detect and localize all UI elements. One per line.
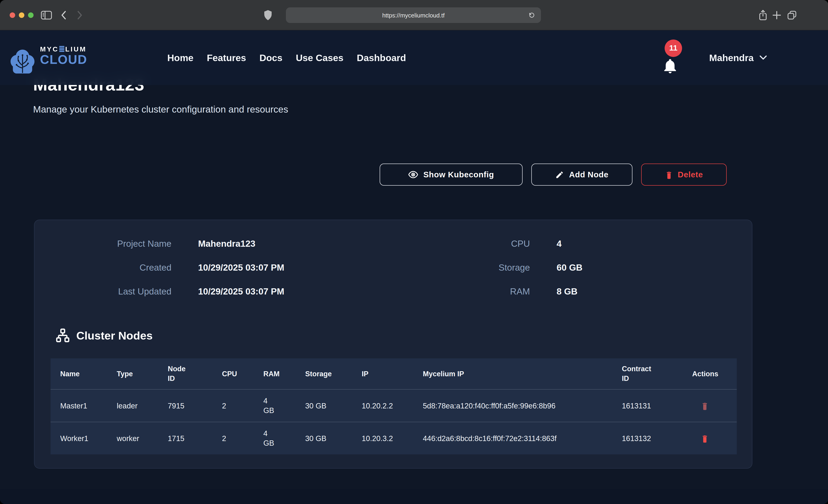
- mycelium-cloud-logo-icon[interactable]: [9, 49, 36, 75]
- info-label-project-name: Project Name: [45, 238, 171, 249]
- col-header-mycelium_ip: Mycelium IP: [413, 359, 612, 389]
- refresh-icon: [528, 11, 535, 19]
- col-header-contract_id: Contract ID: [612, 359, 682, 389]
- trash-icon: [701, 434, 709, 443]
- cell-ip: 10.20.3.2: [352, 422, 413, 454]
- add-node-button[interactable]: Add Node: [531, 164, 632, 185]
- chevron-down-icon: [759, 55, 767, 60]
- info-value-project-name: Mahendra123: [198, 238, 284, 249]
- delete-node-button[interactable]: [701, 434, 709, 443]
- share-button[interactable]: [756, 8, 770, 22]
- forward-button[interactable]: [73, 8, 86, 22]
- back-button[interactable]: [57, 8, 71, 22]
- cell-ram: 4 GB: [254, 422, 295, 454]
- notifications-button[interactable]: 11: [658, 30, 687, 85]
- privacy-shield-button[interactable]: [261, 8, 275, 22]
- cell-mycelium_ip: 446:d2a6:8bcd:8c16:ff0f:72e2:3114:863f: [413, 422, 612, 454]
- page-viewport: Mahendra123 Manage your Kubernetes clust…: [0, 30, 828, 504]
- col-header-ip: IP: [352, 359, 413, 389]
- trash-icon: [701, 401, 709, 410]
- col-header-cpu: CPU: [212, 359, 254, 389]
- screen: https://myceliumcloud.tf Mahendra123 Man…: [0, 0, 828, 504]
- cell-node_id: 7915: [158, 389, 212, 422]
- col-header-name: Name: [50, 359, 107, 389]
- delete-node-button[interactable]: [701, 401, 709, 410]
- shield-icon: [264, 10, 272, 21]
- col-header-ram: RAM: [254, 359, 295, 389]
- cell-storage: 30 GB: [295, 389, 352, 422]
- brand-line2: CLOUD: [40, 53, 87, 66]
- sidebar-toggle-button[interactable]: [40, 8, 53, 22]
- browser-chrome: https://myceliumcloud.tf: [0, 0, 828, 30]
- tabs-icon: [787, 10, 797, 20]
- trash-icon: [665, 170, 673, 179]
- cell-storage: 30 GB: [295, 422, 352, 454]
- browser-window: https://myceliumcloud.tf Mahendra123 Man…: [0, 0, 828, 504]
- nodes-table-wrap: NameTypeNode IDCPURAMStorageIPMycelium I…: [50, 359, 737, 454]
- nodes-table: NameTypeNode IDCPURAMStorageIPMycelium I…: [50, 359, 737, 454]
- brand-line1: MYCLIUM: [40, 45, 87, 52]
- col-header-node_id: Node ID: [158, 359, 212, 389]
- cluster-info-right: CPU4Storage60 GBRAM8 GB: [405, 232, 583, 303]
- info-value-storage: 60 GB: [556, 262, 583, 273]
- cell-cpu: 2: [212, 389, 254, 422]
- url-text: https://myceliumcloud.tf: [382, 12, 445, 18]
- bell-icon: [662, 57, 678, 75]
- cell-actions: [682, 422, 737, 454]
- table-row: Master1leader791524 GB30 GB10.20.2.25d8:…: [50, 389, 737, 422]
- cell-cpu: 2: [212, 422, 254, 454]
- refresh-button[interactable]: [526, 10, 537, 21]
- show-kubeconfig-button[interactable]: Show Kubeconfig: [380, 164, 523, 185]
- user-name: Mahendra: [709, 52, 754, 63]
- fullscreen-button[interactable]: [28, 12, 34, 18]
- footer-strip: [0, 489, 828, 504]
- table-header-row: NameTypeNode IDCPURAMStorageIPMycelium I…: [50, 359, 737, 389]
- info-label-ram: RAM: [405, 286, 530, 297]
- cell-ip: 10.20.2.2: [352, 389, 413, 422]
- tab-overview-button[interactable]: [785, 8, 799, 22]
- cell-contract_id: 1613132: [612, 422, 682, 454]
- notification-badge: 11: [665, 40, 682, 57]
- pencil-icon: [555, 170, 564, 179]
- cell-ram: 4 GB: [254, 389, 295, 422]
- nav-link-features[interactable]: Features: [207, 52, 246, 63]
- brand-e-bars-icon: [59, 46, 65, 52]
- cluster-nodes-title: Cluster Nodes: [76, 329, 153, 342]
- nav-links: HomeFeaturesDocsUse CasesDashboard: [167, 30, 406, 85]
- cluster-details-card: Project NameMahendra123Created10/29/2025…: [34, 220, 752, 469]
- cell-name: Master1: [50, 389, 107, 422]
- cell-actions: [682, 389, 737, 422]
- eye-icon: [408, 170, 418, 179]
- col-header-type: Type: [107, 359, 158, 389]
- delete-cluster-button[interactable]: Delete: [641, 164, 727, 185]
- info-label-cpu: CPU: [405, 238, 530, 249]
- sitemap-icon: [55, 329, 70, 343]
- cell-contract_id: 1613131: [612, 389, 682, 422]
- cell-type: leader: [107, 389, 158, 422]
- brand-wordmark[interactable]: MYCLIUM CLOUD: [40, 45, 87, 66]
- table-row: Worker1worker171524 GB30 GB10.20.3.2446:…: [50, 422, 737, 454]
- info-value-ram: 8 GB: [556, 286, 583, 297]
- minimize-button[interactable]: [19, 12, 24, 18]
- nav-link-use-cases[interactable]: Use Cases: [296, 52, 343, 63]
- col-header-storage: Storage: [295, 359, 352, 389]
- cluster-info-left: Project NameMahendra123Created10/29/2025…: [45, 232, 284, 303]
- sidebar-icon: [40, 10, 52, 21]
- info-value-last-updated: 10/29/2025 03:07 PM: [198, 286, 284, 297]
- nav-link-dashboard[interactable]: Dashboard: [357, 52, 406, 63]
- url-bar[interactable]: https://myceliumcloud.tf: [286, 7, 541, 23]
- col-header-actions: Actions: [682, 359, 737, 389]
- info-label-last-updated: Last Updated: [45, 286, 171, 297]
- new-tab-button[interactable]: [770, 8, 784, 22]
- info-value-cpu: 4: [556, 238, 583, 249]
- page-subtitle: Manage your Kubernetes cluster configura…: [33, 104, 288, 115]
- navbar: MYCLIUM CLOUD HomeFeaturesDocsUse CasesD…: [0, 30, 828, 85]
- info-label-created: Created: [45, 262, 171, 273]
- info-label-storage: Storage: [405, 262, 530, 273]
- cell-mycelium_ip: 5d8:78ea:a120:f40c:ff0f:a5fe:99e6:8b96: [413, 389, 612, 422]
- back-icon: [59, 10, 69, 20]
- nav-link-docs[interactable]: Docs: [259, 52, 282, 63]
- close-button[interactable]: [10, 12, 15, 18]
- user-menu-button[interactable]: Mahendra: [709, 30, 767, 85]
- nav-link-home[interactable]: Home: [167, 52, 194, 63]
